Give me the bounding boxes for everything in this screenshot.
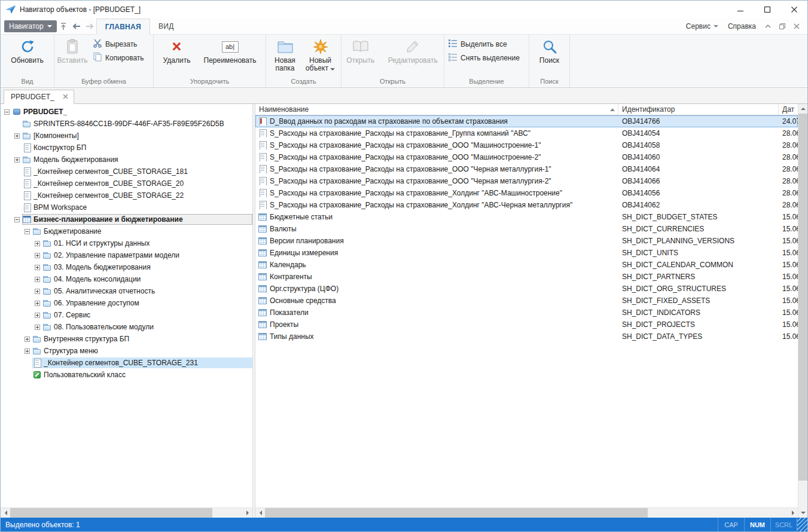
close-document-icon[interactable] — [791, 20, 803, 32]
tree-item[interactable]: 05. Аналитическая отчетность — [1, 285, 252, 297]
search-button[interactable]: Поиск — [533, 36, 566, 65]
list-row[interactable]: S_Расходы на страхование_Расходы на стра… — [255, 175, 798, 187]
tree-item[interactable]: BPM Workspace — [1, 201, 252, 213]
expand-toggle[interactable] — [35, 253, 40, 258]
tree-item[interactable]: _Контейнер сегментов_CUBE_STORAGE_20 — [1, 178, 252, 189]
expand-toggle[interactable] — [25, 348, 30, 354]
tree-item[interactable]: [Компоненты] — [1, 130, 252, 142]
list-row[interactable]: Версии планирования SH_DICT_PLANNING_VER… — [255, 235, 798, 247]
expand-toggle[interactable] — [35, 313, 40, 318]
help-button[interactable]: Справка — [724, 22, 760, 30]
delete-button[interactable]: × Удалить — [160, 36, 194, 65]
tree-item[interactable]: _Контейнер сегментов_CUBE_STORAGE_231 — [1, 357, 252, 369]
forward-icon[interactable] — [83, 20, 96, 33]
tab-view[interactable]: ВИД — [150, 19, 182, 35]
column-header-name[interactable]: Наименование — [255, 104, 618, 115]
paste-button[interactable]: Вставить — [56, 36, 89, 65]
list-row[interactable]: S_Расходы на страхование_Расходы на стра… — [255, 127, 798, 139]
document-tab[interactable]: PPBUDGET_ — [4, 90, 74, 104]
expand-toggle[interactable] — [35, 241, 40, 246]
list-row[interactable]: Контрагенты SH_DICT_PARTNERS 15.06.2 — [255, 271, 798, 283]
tree-item[interactable]: 02. Управление параметрами модели — [1, 249, 252, 261]
navigator-menu-button[interactable]: Навигатор — [4, 20, 57, 32]
scroll-left-icon[interactable] — [255, 508, 265, 518]
refresh-button[interactable]: Обновить — [8, 36, 47, 65]
back-icon[interactable] — [70, 20, 83, 33]
expand-toggle[interactable] — [14, 217, 20, 222]
close-tab-icon[interactable] — [63, 93, 68, 101]
tree-item[interactable]: Бизнес-планирование и бюджетирование — [1, 213, 252, 225]
list-row[interactable]: Бюджетные статьи SH_DICT_BUDGET_STATES 1… — [255, 211, 798, 223]
select-all-button[interactable]: Выделить все — [446, 38, 522, 50]
expand-toggle[interactable] — [35, 301, 40, 306]
service-menu-button[interactable]: Сервис — [682, 22, 722, 30]
cut-button[interactable]: Вырезать — [90, 38, 147, 50]
scroll-left-icon[interactable] — [1, 508, 10, 518]
expand-toggle[interactable] — [14, 133, 20, 139]
open-button[interactable]: Открыть — [343, 36, 379, 65]
scrollbar-thumb[interactable] — [265, 508, 648, 518]
scroll-down-icon[interactable] — [798, 508, 808, 518]
tree-item[interactable]: _Контейнер сегментов_CUBE_STORAGE_181 — [1, 166, 252, 178]
close-button[interactable] — [780, 1, 807, 19]
tree-item[interactable]: 06. Управление доступом — [1, 297, 252, 309]
new-object-button[interactable]: Новый объект — [303, 36, 339, 72]
list-row[interactable]: Орг.структура (ЦФО) SH_DICT_ORG_STRUCTUR… — [255, 283, 798, 295]
restore-document-icon[interactable] — [776, 20, 788, 32]
scrollbar-thumb[interactable] — [10, 508, 212, 518]
expand-toggle[interactable] — [14, 157, 20, 163]
expand-toggle[interactable] — [25, 337, 30, 342]
column-header-date[interactable]: Дат — [779, 104, 798, 115]
list-row[interactable]: S_Расходы на страхование_Расходы на стра… — [255, 139, 798, 151]
collapse-ribbon-icon[interactable] — [762, 20, 774, 32]
list-row[interactable]: S_Расходы на страхование_Расходы на стра… — [255, 151, 798, 163]
deselect-button[interactable]: Снять выделение — [446, 51, 522, 64]
tree-item[interactable]: 08. Пользовательские модули — [1, 321, 252, 333]
edit-button[interactable]: Редактировать — [383, 36, 443, 65]
tree-item[interactable]: 03. Модель бюджетирования — [1, 261, 252, 273]
list-row[interactable]: Календарь SH_DICT_CALENDAR_COMMON 15.06.… — [255, 259, 798, 271]
new-folder-button[interactable]: Новая папка — [269, 36, 301, 72]
scrollbar-thumb[interactable] — [798, 114, 807, 481]
expand-toggle[interactable] — [35, 325, 40, 330]
tree-item[interactable]: 01. НСИ и структуры данных — [1, 237, 252, 249]
resize-grip[interactable] — [797, 518, 807, 531]
list-row[interactable]: Типы данных SH_DICT_DATA_TYPES 15.06.2 — [255, 331, 798, 343]
tree-item[interactable]: Внутренняя структура БП — [1, 333, 252, 345]
tree-item[interactable]: 04. Модель консолидации — [1, 273, 252, 285]
list-row[interactable]: D_Ввод данных по расходам на страхование… — [255, 115, 798, 127]
tree-item[interactable]: Модель бюджетирования — [1, 154, 252, 166]
tree-item[interactable]: SPRINTERS-8846CC1B-99DF-446F-AF35-F89E95… — [1, 118, 252, 130]
scroll-right-icon[interactable] — [243, 508, 252, 518]
minimize-button[interactable] — [727, 1, 754, 19]
tree-item[interactable]: Конструктор БП — [1, 142, 252, 154]
scroll-right-icon[interactable] — [788, 508, 798, 518]
scroll-up-icon[interactable] — [798, 104, 808, 114]
list-row[interactable]: Основные средства SH_DICT_FIXED_ASSETS 1… — [255, 295, 798, 307]
list-row[interactable]: Валюты SH_DICT_CURRENCIES 15.06.2 — [255, 223, 798, 235]
expand-toggle[interactable] — [35, 265, 40, 270]
list-row[interactable]: S_Расходы на страхование_Расходы на стра… — [255, 199, 798, 211]
expand-toggle[interactable] — [35, 277, 40, 282]
tree-item[interactable]: Структура меню — [1, 345, 252, 357]
expand-toggle[interactable] — [35, 289, 40, 294]
tree-item[interactable]: Пользовательский класс — [1, 369, 252, 381]
list-row[interactable]: Проекты SH_DICT_PROJECTS 15.06.2 — [255, 319, 798, 331]
tree-item[interactable]: Бюджетирование — [1, 225, 252, 237]
tree-item[interactable]: 07. Сервис — [1, 309, 252, 321]
maximize-button[interactable] — [754, 1, 780, 19]
expand-toggle[interactable] — [25, 229, 30, 234]
copy-button[interactable]: Копировать — [90, 51, 147, 64]
column-header-id[interactable]: Идентификатор — [618, 104, 779, 115]
list-row[interactable]: S_Расходы на страхование_Расходы на стра… — [255, 163, 798, 175]
pin-top-icon[interactable] — [57, 20, 70, 33]
tree-item[interactable]: PPBUDGET_ — [1, 106, 252, 118]
list-row[interactable]: Единицы измерения SH_DICT_UNITS 15.06.2 — [255, 247, 798, 259]
rename-button[interactable]: ab| Переименовать — [200, 36, 260, 65]
list-row[interactable]: Показатели SH_DICT_INDICATORS 15.06.2 — [255, 307, 798, 319]
tab-home[interactable]: ГЛАВНАЯ — [96, 19, 150, 35]
list-row[interactable]: S_Расходы на страхование_Расходы на стра… — [255, 187, 798, 199]
tree-item[interactable]: _Контейнер сегментов_CUBE_STORAGE_22 — [1, 189, 252, 201]
main-content: PPBUDGET_ SPRINTERS-8846CC1B-99DF-446F-A… — [1, 104, 807, 518]
expand-toggle[interactable] — [4, 109, 10, 115]
